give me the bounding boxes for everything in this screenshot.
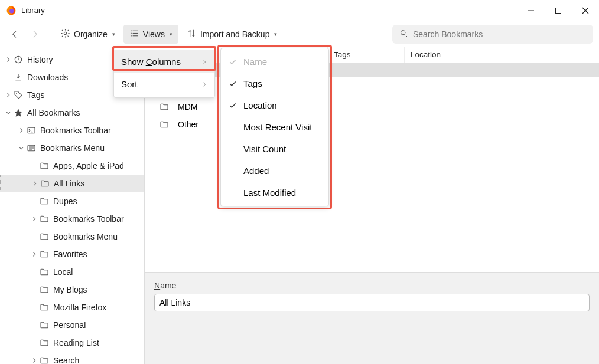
submenu-item-label: Tags xyxy=(243,78,262,88)
twisty-icon xyxy=(4,73,13,82)
views-button[interactable]: Views▾ xyxy=(123,25,178,44)
clock-icon xyxy=(13,54,24,65)
twisty-icon[interactable] xyxy=(30,250,39,259)
tree-item-label: Downloads xyxy=(27,73,68,82)
submenu-item-label: Visit Count xyxy=(243,144,286,154)
twisty-icon[interactable] xyxy=(17,126,26,135)
details-pane: Name xyxy=(145,272,599,364)
close-button[interactable] xyxy=(572,0,599,21)
check-icon xyxy=(228,101,237,110)
highlight-box-2: NameTagsLocationMost Recent VisitVisit C… xyxy=(217,45,332,209)
tree-item[interactable]: Personal xyxy=(0,316,144,334)
import-backup-button[interactable]: Import and Backup▾ xyxy=(181,25,284,44)
svg-point-1 xyxy=(9,9,14,14)
menu-icon xyxy=(26,143,37,153)
twisty-icon xyxy=(30,285,39,294)
minimize-button[interactable] xyxy=(517,0,545,21)
tree-item-label: History xyxy=(27,55,53,64)
sort-arrows-icon xyxy=(187,28,197,40)
chevron-down-icon: ▾ xyxy=(274,31,277,37)
chevron-right-icon xyxy=(201,57,207,67)
svg-point-9 xyxy=(131,35,132,37)
tree-item[interactable]: All Links xyxy=(0,175,144,192)
chevron-down-icon: ▾ xyxy=(112,31,115,37)
tree-item[interactable]: Local xyxy=(0,263,144,281)
col-location[interactable]: Location xyxy=(405,47,599,63)
twisty-icon[interactable] xyxy=(4,108,13,117)
folder-icon xyxy=(159,119,170,130)
twisty-icon[interactable] xyxy=(30,214,39,224)
menu-show-columns[interactable]: Show Columns xyxy=(114,50,214,73)
window-controls xyxy=(517,0,599,21)
submenu-item-label: Added xyxy=(243,166,269,176)
svg-point-17 xyxy=(16,93,17,94)
submenu-item[interactable]: Name xyxy=(221,51,328,73)
folder-icon xyxy=(159,101,170,112)
menu-sort[interactable]: Sort xyxy=(114,73,214,95)
details-name-input[interactable] xyxy=(154,294,590,311)
twisty-icon xyxy=(30,267,39,277)
submenu-item[interactable]: Added xyxy=(221,160,328,182)
tree-item-label: Bookmarks Menu xyxy=(53,232,118,241)
forward-button[interactable] xyxy=(26,25,44,43)
tree-item[interactable]: Mozilla Firefox xyxy=(0,299,144,316)
views-menu: Show Columns Sort xyxy=(113,47,215,98)
twisty-icon xyxy=(30,320,39,330)
submenu-item-label: Most Recent Visit xyxy=(243,122,312,132)
search-input[interactable] xyxy=(413,29,586,39)
tree-item-label: Bookmarks Toolbar xyxy=(40,126,111,135)
tree-item[interactable]: Favorites xyxy=(0,245,144,263)
submenu-item[interactable]: Tags xyxy=(221,73,328,94)
tree-item-label: Reading List xyxy=(53,338,99,347)
svg-rect-3 xyxy=(556,8,561,13)
views-label: Views xyxy=(143,29,165,39)
svg-point-13 xyxy=(401,30,406,35)
list-item-label: Other xyxy=(178,120,198,129)
folder-icon xyxy=(39,267,50,277)
tree-item-label: Dupes xyxy=(53,196,77,206)
tree-item-label: Tags xyxy=(27,90,45,100)
folder-icon xyxy=(39,337,50,348)
star-icon xyxy=(13,107,24,118)
submenu-item[interactable]: Most Recent Visit xyxy=(221,116,328,138)
list-item-label: MDM xyxy=(178,102,197,112)
tree-item[interactable]: Bookmarks Menu xyxy=(0,228,144,245)
search-box[interactable] xyxy=(392,25,593,44)
col-tags[interactable]: Tags xyxy=(328,47,405,63)
twisty-icon xyxy=(30,303,39,312)
maximize-button[interactable] xyxy=(545,0,572,21)
tree-item[interactable]: Dupes xyxy=(0,192,144,210)
tree-item[interactable]: Apps, Apple & iPad xyxy=(0,157,144,175)
submenu-item[interactable]: Visit Count xyxy=(221,138,328,160)
firefox-icon xyxy=(6,5,17,16)
tree-item[interactable]: Reading List xyxy=(0,334,144,352)
tree-item-label: Mozilla Firefox xyxy=(53,303,106,312)
tree-item[interactable]: Bookmarks Menu xyxy=(0,139,144,157)
twisty-icon[interactable] xyxy=(17,143,26,153)
twisty-icon[interactable] xyxy=(4,90,13,100)
folder-icon xyxy=(39,231,50,242)
tree-item[interactable]: Bookmarks Toolbar xyxy=(0,122,144,139)
tree-item[interactable]: My Blogs xyxy=(0,281,144,299)
tree-item-label: Bookmarks Menu xyxy=(40,143,105,153)
tag-icon xyxy=(13,90,24,100)
twisty-icon xyxy=(30,338,39,347)
tree-item-label: Bookmarks Toolbar xyxy=(53,214,124,224)
twisty-icon[interactable] xyxy=(4,55,13,64)
tree-item-label: My Blogs xyxy=(53,285,87,294)
twisty-icon[interactable] xyxy=(30,356,39,364)
back-button[interactable] xyxy=(6,25,24,43)
organize-button[interactable]: Organize▾ xyxy=(54,25,121,44)
tree-item[interactable]: Search xyxy=(0,352,144,364)
twisty-icon[interactable] xyxy=(30,179,40,188)
tree-item-label: Personal xyxy=(53,320,86,330)
tree-item-label: All Bookmarks xyxy=(27,108,80,117)
folder-icon xyxy=(39,320,50,330)
twisty-icon xyxy=(30,232,39,241)
tree-item[interactable]: Bookmarks Toolbar xyxy=(0,210,144,228)
submenu-item[interactable]: Last Modified xyxy=(221,182,328,204)
folder-icon xyxy=(39,355,50,364)
submenu-item[interactable]: Location xyxy=(221,94,328,116)
titlebar: Library xyxy=(0,0,599,21)
tree-item[interactable]: All Bookmarks xyxy=(0,104,144,122)
